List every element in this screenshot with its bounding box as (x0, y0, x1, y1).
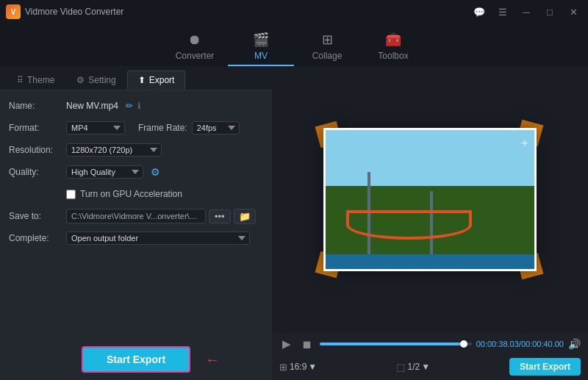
close-button[interactable]: ✕ (564, 3, 582, 21)
theme-grid-icon: ⠿ (17, 75, 24, 85)
sub-tabs: ⠿ Theme ⚙ Setting ⬆ Export (0, 66, 272, 90)
minimize-button[interactable]: ─ (517, 3, 535, 21)
gpu-checkbox[interactable] (66, 190, 76, 199)
name-row: Name: New MV.mp4 ✏ ℹ (9, 98, 263, 114)
page-chevron-icon: ▼ (421, 362, 430, 372)
preview-frame-container: + (323, 128, 537, 271)
title-bar: V Vidmore Video Converter 💬 ☰ ─ □ ✕ (0, 0, 588, 24)
sub-tab-setting[interactable]: ⚙ Setting (65, 71, 126, 90)
app-logo: V (6, 4, 21, 19)
menu-icon-button[interactable]: ☰ (494, 3, 512, 21)
complete-row: Complete: Open output folder Do nothing … (9, 230, 263, 246)
ratio-button[interactable]: 16:9 ▼ (290, 362, 317, 372)
preview-image: + (326, 130, 534, 269)
preview-area: + (272, 66, 588, 333)
arrow-indicator: ← (205, 351, 220, 368)
export-upload-icon: ⬆ (138, 75, 146, 85)
resolution-row: Resolution: 1280x720 (720p) 1920x1080 (1… (9, 142, 263, 158)
edit-name-icon[interactable]: ✏ (126, 101, 133, 111)
save-to-label: Save to: (9, 211, 62, 221)
name-label: Name: (9, 101, 62, 111)
ratio-chevron-icon: ▼ (308, 362, 317, 372)
save-path-display: C:\Vidmore\Vidmore V...onverter\MV Expor… (66, 209, 206, 223)
mv-icon: 🎬 (253, 32, 269, 48)
tab-toolbox[interactable]: 🧰 Toolbox (360, 28, 426, 66)
nav-tabs: ⏺ Converter 🎬 MV ⊞ Collage 🧰 Toolbox (0, 24, 588, 66)
title-bar-left: V Vidmore Video Converter (6, 4, 123, 19)
save-path-container: C:\Vidmore\Vidmore V...onverter\MV Expor… (66, 209, 256, 224)
progress-fill (320, 343, 464, 345)
converter-icon: ⏺ (188, 32, 201, 48)
sub-tab-export[interactable]: ⬆ Export (127, 71, 186, 90)
collage-label: Collage (312, 51, 343, 61)
maximize-button[interactable]: □ (541, 3, 559, 21)
setting-gear-icon: ⚙ (76, 75, 85, 85)
resolution-select[interactable]: 1280x720 (720p) 1920x1080 (1080p) 3840x2… (66, 143, 162, 157)
page-button[interactable]: 1/2 ▼ (407, 362, 430, 372)
main-area: ⠿ Theme ⚙ Setting ⬆ Export Name: New MV.… (0, 66, 588, 380)
fps-select[interactable]: 24fps 30fps 60fps (192, 121, 240, 135)
tab-converter[interactable]: ⏺ Converter (162, 28, 228, 66)
converter-label: Converter (176, 51, 215, 61)
chat-icon-button[interactable]: 💬 (470, 3, 488, 21)
page-selector: ⬚ 1/2 ▼ (396, 362, 430, 373)
secondary-controls: ⊞ 16:9 ▼ ⬚ 1/2 ▼ Start Export (272, 355, 588, 380)
right-panel: + ▶ ⏹ 00:00:38.03/00:00:40.00 🔊 ⊞ (272, 66, 588, 380)
start-export-button-left[interactable]: Start Export (82, 346, 190, 373)
settings-area: Name: New MV.mp4 ✏ ℹ Format: MP4 MOV AVI… (0, 90, 272, 334)
format-label: Format: (9, 123, 62, 133)
sub-tab-theme[interactable]: ⠿ Theme (6, 71, 65, 90)
quality-select[interactable]: High Quality Medium Quality Low Quality (66, 165, 143, 179)
resolution-label: Resolution: (9, 145, 62, 155)
page-icon: ⬚ (396, 362, 405, 373)
toolbox-label: Toolbox (378, 51, 408, 61)
aspect-ratio-icon: ⊞ (279, 362, 287, 373)
ratio-selector: ⊞ 16:9 ▼ (279, 362, 317, 373)
gpu-row: Turn on GPU Acceleration (9, 186, 263, 202)
save-to-row: Save to: C:\Vidmore\Vidmore V...onverter… (9, 208, 263, 224)
format-select[interactable]: MP4 MOV AVI (66, 121, 125, 135)
time-display: 00:00:38.03/00:00:40.00 (476, 340, 564, 348)
complete-label: Complete: (9, 233, 62, 243)
plus-icon: + (520, 136, 528, 151)
water-element (326, 254, 534, 269)
progress-thumb (460, 340, 467, 348)
toolbox-icon: 🧰 (385, 32, 401, 48)
volume-icon[interactable]: 🔊 (568, 338, 581, 350)
playback-controls: ▶ ⏹ 00:00:38.03/00:00:40.00 🔊 (272, 333, 588, 355)
info-icon[interactable]: ℹ (137, 101, 141, 111)
play-button[interactable]: ▶ (279, 336, 294, 352)
format-row: Format: MP4 MOV AVI Frame Rate: 24fps 30… (9, 120, 263, 136)
quality-row: Quality: High Quality Medium Quality Low… (9, 164, 263, 180)
progress-bar[interactable] (320, 343, 472, 345)
collage-icon: ⊞ (322, 32, 333, 48)
quality-settings-icon[interactable]: ⚙ (151, 166, 160, 178)
tab-mv[interactable]: 🎬 MV (228, 28, 294, 66)
slide-curve (346, 210, 471, 240)
start-export-button-right[interactable]: Start Export (509, 358, 581, 376)
export-btn-area: Start Export ← (0, 334, 272, 380)
stop-button[interactable]: ⏹ (298, 337, 315, 352)
left-panel: ⠿ Theme ⚙ Setting ⬆ Export Name: New MV.… (0, 66, 272, 380)
title-bar-right: 💬 ☰ ─ □ ✕ (470, 3, 582, 21)
preview-frame: + (323, 128, 537, 271)
quality-label: Quality: (9, 167, 62, 177)
frame-rate-label: Frame Rate: (138, 123, 187, 133)
mv-label: MV (254, 51, 268, 61)
name-value: New MV.mp4 (66, 101, 118, 111)
browse-dots-button[interactable]: ••• (209, 209, 231, 223)
waterpark-visual (326, 172, 534, 269)
complete-select[interactable]: Open output folder Do nothing Shutdown (66, 232, 250, 245)
app-title: Vidmore Video Converter (25, 7, 123, 17)
tab-collage[interactable]: ⊞ Collage (294, 28, 360, 66)
gpu-label: Turn on GPU Acceleration (80, 189, 182, 199)
open-folder-button[interactable]: 📁 (234, 209, 256, 224)
